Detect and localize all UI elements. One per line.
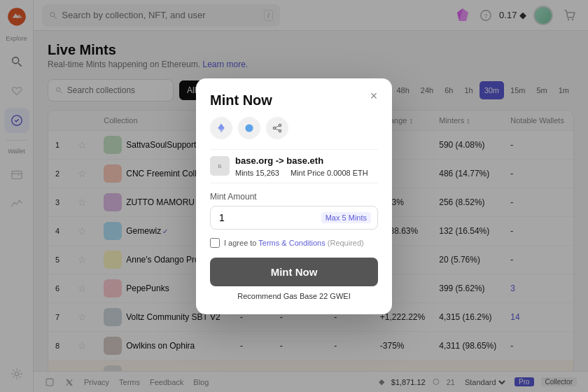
modal-icon-row [210, 117, 378, 139]
modal-opensea-icon-btn[interactable] [238, 117, 260, 139]
modal-close-button[interactable]: × [365, 88, 382, 105]
modal-mints-stat: Mints 15,263 [235, 169, 279, 177]
terms-checkbox[interactable] [210, 238, 220, 248]
svg-point-18 [273, 127, 275, 129]
mint-now-button[interactable]: Mint Now [210, 258, 378, 286]
share-icon [272, 122, 283, 134]
svg-point-19 [279, 130, 281, 132]
modal-eth-icon-btn[interactable] [210, 117, 232, 139]
gas-info: Recommend Gas Base 22 GWEI [210, 292, 378, 300]
modal-collection-info: B base.org -> base.eth Mints 15,263 Mint… [210, 149, 378, 183]
mint-amount-section: Mint Amount Max 5 Mints [210, 192, 378, 230]
svg-point-17 [279, 124, 281, 126]
modal-share-icon-btn[interactable] [266, 117, 288, 139]
max-mints-label[interactable]: Max 5 Mints [321, 212, 371, 223]
mint-input-row: Max 5 Mints [210, 206, 378, 230]
modal-collection-details: base.org -> base.eth Mints 15,263 Mint P… [235, 155, 368, 177]
mint-amount-label: Mint Amount [210, 192, 378, 202]
price-label: Mint Price [290, 169, 325, 177]
terms-row: I agree to Terms & Conditions (Required) [210, 238, 378, 248]
modal-stats: Mints 15,263 Mint Price 0.0008 ETH [235, 169, 368, 177]
svg-text:B: B [218, 163, 221, 169]
modal-title: Mint Now [210, 92, 378, 108]
gas-value: Base 22 GWEI [300, 292, 351, 300]
modal-collection-name: base.org -> base.eth [235, 155, 368, 166]
terms-text: I agree to Terms & Conditions (Required) [224, 239, 364, 247]
terms-conditions-link[interactable]: Terms & Conditions [258, 239, 325, 247]
mint-modal: × Mint Now B base.org -> base.eth Min [196, 78, 392, 314]
mints-label: Mints [235, 169, 253, 177]
modal-price-stat: Mint Price 0.0008 ETH [290, 169, 368, 177]
terms-required: (Required) [328, 239, 364, 247]
opensea-icon [244, 122, 255, 134]
eth-icon [216, 122, 227, 134]
modal-overlay[interactable]: × Mint Now B base.org -> base.eth Min [0, 0, 588, 392]
svg-point-16 [245, 124, 253, 132]
modal-collection-thumb: B [210, 156, 230, 176]
